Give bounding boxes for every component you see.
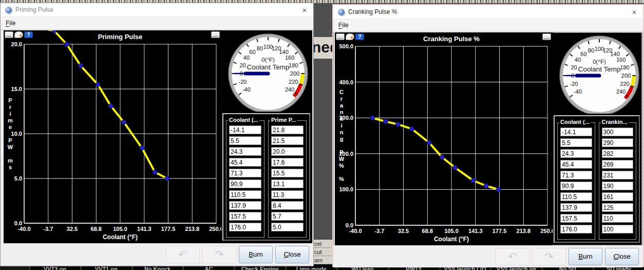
help-icon[interactable]: ?: [24, 31, 33, 38]
close-button[interactable]: Close: [275, 246, 309, 263]
redo-button[interactable]: ↷: [202, 246, 236, 263]
svg-text:213.8: 213.8: [185, 226, 200, 232]
svg-text:80: 80: [257, 45, 263, 51]
svg-text:105.0: 105.0: [444, 228, 459, 234]
svg-text:68.8: 68.8: [91, 226, 102, 232]
table-cell[interactable]: [602, 192, 634, 201]
svg-text:20.0: 20.0: [11, 41, 22, 47]
options-icon[interactable]: ...: [542, 33, 551, 40]
table-cell[interactable]: [271, 223, 304, 231]
table-cell[interactable]: [602, 138, 634, 147]
svg-text:5.0: 5.0: [14, 175, 22, 182]
column-header: Prime P...: [270, 117, 297, 123]
table-cell[interactable]: [229, 158, 261, 167]
redo-icon: ↷: [544, 250, 554, 263]
background-label-fragment: ned: [313, 37, 332, 59]
table-cell[interactable]: [271, 190, 304, 199]
options-icon[interactable]: ...: [336, 33, 345, 40]
table-cell[interactable]: [271, 212, 304, 221]
table-cell[interactable]: [271, 147, 304, 156]
app-icon: [5, 7, 12, 13]
table-cell[interactable]: [602, 149, 634, 158]
svg-text:Coolant Temp: Coolant Temp: [247, 63, 289, 71]
svg-text:10.0: 10.0: [11, 131, 22, 137]
table-cell[interactable]: [560, 160, 592, 169]
close-button[interactable]: Close: [605, 248, 639, 265]
file-menu[interactable]: File: [6, 20, 15, 27]
table-cell[interactable]: [602, 128, 634, 136]
window-titlebar[interactable]: Cranking Pulse % ×: [333, 5, 643, 19]
svg-text:P: P: [8, 97, 12, 103]
table-cell[interactable]: [271, 158, 304, 167]
priming-pulse-chart[interactable]: -40.0-3.732.568.8105.0141.3177.5213.8250…: [4, 30, 221, 243]
undo-icon: ↶: [178, 248, 187, 261]
table-cell[interactable]: [560, 138, 592, 147]
svg-text:m: m: [8, 117, 13, 123]
table-cell[interactable]: [229, 136, 261, 145]
table-cell[interactable]: [560, 214, 592, 223]
background-menu-fragment: cut: [313, 248, 332, 256]
cranking-pulse-window: Cranking Pulse % × File -40.0-3.732.568.…: [332, 4, 644, 267]
table-cell[interactable]: [602, 225, 634, 233]
svg-text:160: 160: [285, 55, 294, 61]
help-icon[interactable]: ?: [355, 33, 364, 40]
svg-text:177.5: 177.5: [161, 226, 176, 232]
table-cell[interactable]: [602, 171, 634, 179]
table-cell[interactable]: [229, 212, 261, 221]
table-cell[interactable]: [229, 147, 261, 156]
svg-text:0(°F): 0(°F): [261, 57, 275, 63]
svg-text:177.5: 177.5: [493, 228, 507, 234]
table-cell[interactable]: [271, 179, 304, 188]
table-cell[interactable]: [602, 182, 634, 190]
table-cell[interactable]: [271, 125, 304, 134]
table-cell[interactable]: [229, 223, 261, 231]
redo-icon: ↷: [215, 248, 224, 261]
comment-icon[interactable]: [346, 33, 354, 40]
table-cell[interactable]: [229, 125, 261, 134]
cranking-pulse-chart[interactable]: -40.0-3.732.568.8105.0141.3177.5213.8250…: [335, 32, 553, 245]
undo-button[interactable]: ↶: [166, 246, 200, 263]
table-cell[interactable]: [271, 136, 304, 145]
svg-text:W: W: [8, 144, 13, 150]
svg-text:-3.7: -3.7: [374, 228, 384, 234]
svg-text:-40: -40: [574, 88, 582, 95]
table-cell[interactable]: [560, 171, 592, 179]
button-row: ↶ ↷ Burn Close: [333, 245, 643, 267]
file-menu[interactable]: File: [338, 22, 348, 29]
svg-text:%: %: [339, 176, 344, 182]
table-cell[interactable]: [560, 182, 592, 190]
table-cell[interactable]: [229, 201, 261, 210]
svg-text:Coolant (°F): Coolant (°F): [103, 233, 138, 241]
table-cell[interactable]: [271, 169, 304, 177]
redo-button[interactable]: ↷: [532, 248, 566, 265]
menu-bar: File: [333, 19, 643, 32]
table-cell[interactable]: [560, 225, 592, 233]
table-column: Prime P...: [268, 120, 307, 238]
window-titlebar[interactable]: Priming Pulse ×: [1, 3, 313, 17]
window-title: Cranking Pulse %: [348, 8, 397, 15]
svg-text:i: i: [9, 111, 11, 117]
options-icon[interactable]: ...: [5, 31, 13, 38]
table-cell[interactable]: [560, 192, 592, 201]
undo-button[interactable]: ↶: [496, 248, 529, 265]
close-icon[interactable]: ×: [630, 8, 638, 16]
burn-button[interactable]: Burn: [569, 248, 602, 265]
comment-icon[interactable]: [14, 31, 23, 38]
table-cell[interactable]: [229, 169, 261, 177]
table-cell[interactable]: [560, 149, 592, 158]
options-icon[interactable]: ...: [211, 31, 220, 38]
burn-button[interactable]: Burn: [239, 246, 273, 263]
table-cell[interactable]: [229, 190, 261, 199]
svg-text:-3.7: -3.7: [43, 226, 53, 232]
table-cell[interactable]: [602, 214, 634, 223]
svg-text:W: W: [339, 156, 345, 162]
table-cell[interactable]: [229, 179, 261, 188]
app-icon: [338, 9, 345, 15]
table-cell[interactable]: [602, 203, 634, 212]
close-icon[interactable]: ×: [300, 6, 309, 14]
table-cell[interactable]: [602, 160, 634, 169]
svg-text:32.5: 32.5: [67, 226, 78, 232]
table-cell[interactable]: [560, 128, 592, 136]
table-cell[interactable]: [560, 203, 592, 212]
table-cell[interactable]: [271, 201, 304, 210]
